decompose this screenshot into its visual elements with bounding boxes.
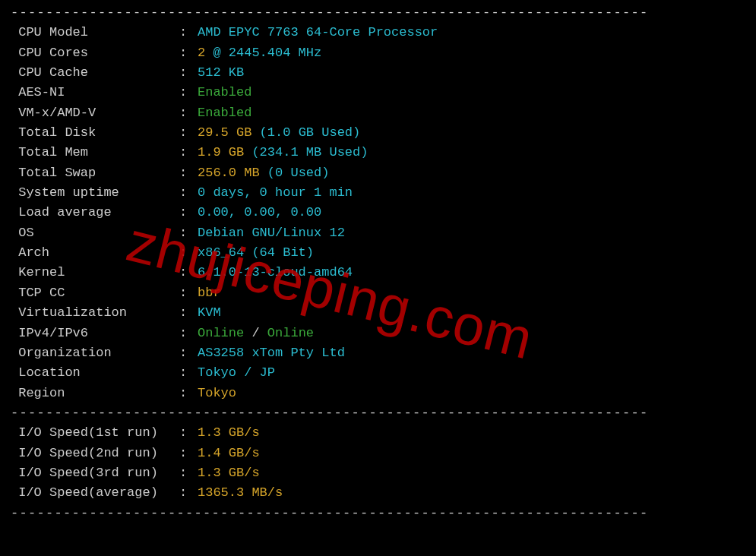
- sysinfo-value: Debian GNU/Linux 12: [198, 223, 345, 243]
- separator-colon: :: [179, 423, 198, 443]
- separator-colon: :: [179, 123, 198, 143]
- sysinfo-row: AES-NI: Enabled: [11, 83, 745, 103]
- sysinfo-value: bbr: [198, 283, 221, 303]
- sysinfo-row: Arch: x86_64 (64 Bit): [11, 243, 745, 263]
- sysinfo-value-part: /: [244, 326, 267, 340]
- divider-mid: ----------------------------------------…: [11, 403, 745, 423]
- divider-bottom: ----------------------------------------…: [11, 504, 745, 523]
- sysinfo-label: CPU Model: [11, 23, 179, 43]
- sysinfo-row: System uptime: 0 days, 0 hour 1 min: [11, 183, 745, 203]
- sysinfo-value-part: KVM: [198, 305, 221, 320]
- sysinfo-label: Total Disk: [11, 123, 179, 143]
- io-value-part: 1365.3 MB/s: [198, 485, 283, 500]
- sysinfo-value-part: AS3258 xTom Pty Ltd: [198, 346, 345, 360]
- sysinfo-value: Enabled: [198, 103, 251, 123]
- sysinfo-value-part: (1.0 GB Used): [251, 125, 360, 140]
- sysinfo-value-part: 29.5 GB: [198, 125, 251, 140]
- sysinfo-value-part: @ 2445.404 MHz: [205, 46, 321, 60]
- sysinfo-row: Location: Tokyo / JP: [11, 363, 745, 383]
- sysinfo-label: IPv4/IPv6: [11, 324, 179, 343]
- io-row: I/O Speed(average): 1365.3 MB/s: [11, 483, 745, 503]
- separator-colon: :: [179, 43, 198, 63]
- sysinfo-row: Load average: 0.00, 0.00, 0.00: [11, 203, 745, 223]
- io-label: I/O Speed(1st run): [11, 423, 179, 443]
- sysinfo-value-part: bbr: [198, 286, 221, 300]
- separator-colon: :: [179, 83, 198, 103]
- io-label: I/O Speed(2nd run): [11, 444, 179, 463]
- sysinfo-value: Enabled: [198, 83, 251, 103]
- sysinfo-value: 512 KB: [198, 63, 244, 83]
- sysinfo-value: 6.1.0-13-cloud-amd64: [198, 263, 353, 283]
- io-value-part: 1.4 GB/s: [198, 446, 260, 460]
- sysinfo-row: Total Disk: 29.5 GB (1.0 GB Used): [11, 123, 745, 143]
- sysinfo-value-part: (234.1 MB Used): [244, 145, 368, 160]
- sysinfo-label: System uptime: [11, 183, 179, 203]
- sysinfo-value: 29.5 GB (1.0 GB Used): [198, 123, 360, 143]
- sysinfo-row: Organization: AS3258 xTom Pty Ltd: [11, 343, 745, 363]
- sysinfo-label: Arch: [11, 243, 179, 263]
- sysinfo-value-part: Enabled: [198, 106, 251, 120]
- io-speed-block: I/O Speed(1st run): 1.3 GB/s I/O Speed(2…: [11, 423, 745, 503]
- system-info-block: CPU Model: AMD EPYC 7763 64-Core Process…: [11, 23, 745, 403]
- sysinfo-value-part: x86_64 (64 Bit): [198, 245, 314, 260]
- sysinfo-row: IPv4/IPv6: Online / Online: [11, 324, 745, 343]
- sysinfo-label: Organization: [11, 343, 179, 363]
- sysinfo-value-part: Debian GNU/Linux 12: [198, 226, 345, 240]
- sysinfo-value: AMD EPYC 7763 64-Core Processor: [198, 23, 438, 43]
- sysinfo-row: Virtualization: KVM: [11, 303, 745, 323]
- sysinfo-label: Total Mem: [11, 143, 179, 163]
- io-row: I/O Speed(1st run): 1.3 GB/s: [11, 423, 745, 443]
- io-label: I/O Speed(average): [11, 483, 179, 503]
- sysinfo-value-part: 512 KB: [198, 65, 244, 80]
- sysinfo-value: Online / Online: [198, 324, 314, 343]
- sysinfo-value-part: 0.00, 0.00, 0.00: [198, 205, 321, 220]
- sysinfo-label: CPU Cores: [11, 43, 179, 63]
- separator-colon: :: [179, 483, 198, 503]
- io-value-part: 1.3 GB/s: [198, 425, 260, 440]
- sysinfo-row: TCP CC: bbr: [11, 283, 745, 303]
- separator-colon: :: [179, 243, 198, 263]
- sysinfo-label: VM-x/AMD-V: [11, 103, 179, 123]
- sysinfo-row: CPU Model: AMD EPYC 7763 64-Core Process…: [11, 23, 745, 43]
- separator-colon: :: [179, 183, 198, 203]
- io-value: 1365.3 MB/s: [198, 483, 283, 503]
- sysinfo-label: Location: [11, 363, 179, 383]
- sysinfo-value-part: Online: [267, 326, 314, 340]
- sysinfo-row: Kernel: 6.1.0-13-cloud-amd64: [11, 263, 745, 283]
- separator-colon: :: [179, 203, 198, 223]
- separator-colon: :: [179, 23, 198, 43]
- separator-colon: :: [179, 143, 198, 163]
- sysinfo-value: AS3258 xTom Pty Ltd: [198, 343, 345, 363]
- separator-colon: :: [179, 463, 198, 483]
- sysinfo-value: 256.0 MB (0 Used): [198, 163, 329, 183]
- sysinfo-value-part: Tokyo: [198, 386, 236, 400]
- sysinfo-label: TCP CC: [11, 283, 179, 303]
- io-value: 1.4 GB/s: [198, 444, 260, 463]
- io-row: I/O Speed(2nd run): 1.4 GB/s: [11, 444, 745, 463]
- sysinfo-label: Load average: [11, 203, 179, 223]
- sysinfo-value: 1.9 GB (234.1 MB Used): [198, 143, 368, 163]
- sysinfo-value: Tokyo / JP: [198, 363, 275, 383]
- sysinfo-value-part: 0 days, 0 hour 1 min: [198, 185, 353, 200]
- separator-colon: :: [179, 263, 198, 283]
- separator-colon: :: [179, 343, 198, 363]
- sysinfo-value-part: 256.0 MB: [198, 166, 260, 180]
- sysinfo-value: KVM: [198, 303, 221, 323]
- sysinfo-label: OS: [11, 223, 179, 243]
- sysinfo-value-part: 6.1.0-13-cloud-amd64: [198, 265, 353, 280]
- sysinfo-value: 2 @ 2445.404 MHz: [198, 43, 321, 63]
- sysinfo-row: Total Mem: 1.9 GB (234.1 MB Used): [11, 143, 745, 163]
- sysinfo-value: 0 days, 0 hour 1 min: [198, 183, 353, 203]
- separator-colon: :: [179, 303, 198, 323]
- sysinfo-label: Kernel: [11, 263, 179, 283]
- sysinfo-value-part: Tokyo / JP: [198, 365, 275, 380]
- sysinfo-row: Region: Tokyo: [11, 384, 745, 403]
- sysinfo-label: Virtualization: [11, 303, 179, 323]
- io-value: 1.3 GB/s: [198, 423, 260, 443]
- sysinfo-value-part: 2: [198, 46, 205, 60]
- sysinfo-value-part: (0 Used): [260, 166, 330, 180]
- io-value: 1.3 GB/s: [198, 463, 260, 483]
- separator-colon: :: [179, 103, 198, 123]
- io-row: I/O Speed(3rd run): 1.3 GB/s: [11, 463, 745, 483]
- sysinfo-row: CPU Cache: 512 KB: [11, 63, 745, 83]
